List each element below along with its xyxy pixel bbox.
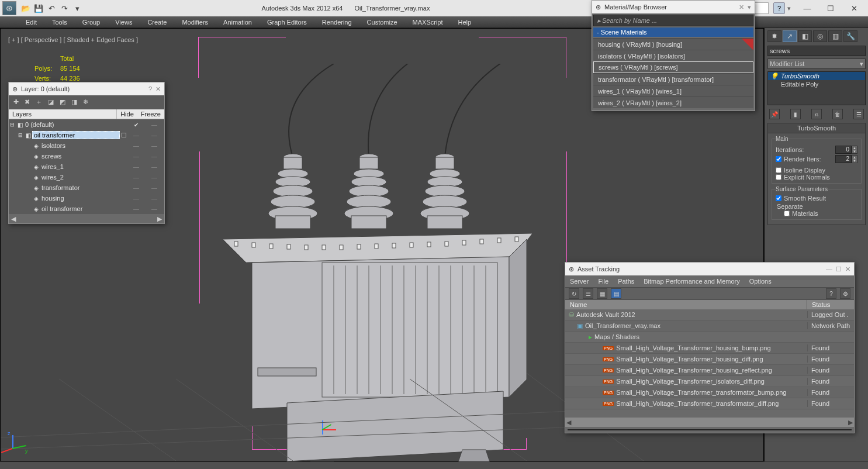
close-icon[interactable]: ✕ <box>155 85 161 93</box>
asset-row[interactable]: PNG Small_High_Voltage_Transformer_housi… <box>565 365 854 376</box>
maximize-button[interactable]: ☐ <box>819 0 842 16</box>
object-name-input[interactable] <box>767 46 866 56</box>
menu-options[interactable]: Options <box>749 278 772 285</box>
tab-create-icon[interactable]: ✹ <box>767 30 781 42</box>
configure-sets-icon[interactable]: ☰ <box>853 109 864 119</box>
close-icon[interactable]: ✕ <box>845 265 850 273</box>
layer-row[interactable]: ◈wires_2—— <box>9 172 164 182</box>
new-layer-icon[interactable]: ✚ <box>13 98 19 106</box>
col-status[interactable]: Status <box>807 300 854 309</box>
menu-maxscript[interactable]: MAXScript <box>413 19 443 26</box>
menu-server[interactable]: Server <box>570 278 589 285</box>
options-icon[interactable]: ⚙ <box>840 288 850 299</box>
layer-row[interactable]: ◈wires_1—— <box>9 161 164 172</box>
asset-row[interactable]: ⛁ Autodesk Vault 2012Logged Out . <box>565 309 854 320</box>
explicit-normals-checkbox[interactable] <box>776 174 781 180</box>
qat-dropdown-icon[interactable]: ▾ <box>72 4 82 13</box>
menu-paths[interactable]: Paths <box>618 278 634 285</box>
layer-row[interactable]: ◈screws—— <box>9 151 164 161</box>
layer-row[interactable]: ◈transformator—— <box>9 182 164 193</box>
maximize-icon[interactable]: ☐ <box>836 265 842 273</box>
menu-edit[interactable]: Edit <box>26 19 37 26</box>
list-view-icon[interactable]: ▤ <box>611 288 621 299</box>
layer-row[interactable]: ◈oil transformer—— <box>9 204 164 214</box>
layer-row[interactable]: ⊟◧0 (default)✔— <box>9 119 164 130</box>
menu-animation[interactable]: Animation <box>223 19 252 26</box>
rollout-title[interactable]: TurboSmooth <box>797 125 836 132</box>
minimize-button[interactable]: — <box>796 0 819 16</box>
col-freeze[interactable]: Freeze <box>137 109 164 119</box>
menu-modifiers[interactable]: Modifiers <box>182 19 208 26</box>
viewport-label[interactable]: [ + ] [ Perspective ] [ Shaded + Edged F… <box>8 36 138 43</box>
material-item[interactable]: housing ( VRayMtl ) [housing] <box>593 38 753 50</box>
material-item[interactable]: wires_2 ( VRayMtl ) [wires_2] <box>593 96 753 108</box>
tab-hierarchy-icon[interactable]: ◧ <box>798 30 812 42</box>
material-search-input[interactable]: Search by Name ... <box>593 15 753 26</box>
menu-customize[interactable]: Customize <box>367 19 397 26</box>
minimize-icon[interactable]: — <box>826 265 832 273</box>
menu-bitmap-perf[interactable]: Bitmap Performance and Memory <box>644 278 739 285</box>
col-name[interactable]: Name <box>565 300 807 309</box>
hide-unhide-icon[interactable]: ◨ <box>71 98 77 106</box>
asset-row[interactable]: PNG Small_High_Voltage_Transformer_trans… <box>565 398 854 409</box>
help-icon[interactable]: ? <box>773 2 785 14</box>
close-icon[interactable]: ✕ <box>739 4 744 11</box>
modifier-stack[interactable]: 💡TurboSmooth Editable Poly <box>767 71 866 105</box>
material-item[interactable]: wires_1 ( VRayMtl ) [wires_1] <box>593 85 753 96</box>
remove-modifier-icon[interactable]: 🗑 <box>832 109 843 119</box>
close-button[interactable]: ✕ <box>842 0 866 16</box>
asset-row[interactable]: ▸ Maps / Shaders <box>565 332 854 343</box>
tab-motion-icon[interactable]: ◎ <box>813 30 827 42</box>
tab-modify-icon[interactable]: ↗ <box>783 30 797 42</box>
open-icon[interactable]: 📂 <box>21 4 30 13</box>
delete-layer-icon[interactable]: ✖ <box>25 98 30 106</box>
select-highlighted-icon[interactable]: ◪ <box>48 98 54 106</box>
asset-row[interactable]: PNG Small_High_Voltage_Transformer_trans… <box>565 387 854 398</box>
options-dropdown-icon[interactable]: ▾ <box>748 4 751 11</box>
menu-help[interactable]: Help <box>458 19 472 26</box>
menu-views[interactable]: Views <box>115 19 132 26</box>
help-dropdown-icon[interactable]: ▾ <box>787 5 791 12</box>
render-iters-checkbox[interactable] <box>776 156 781 162</box>
show-end-result-icon[interactable]: ▮ <box>790 109 801 119</box>
menu-group[interactable]: Group <box>82 19 101 26</box>
redo-icon[interactable]: ↷ <box>60 4 69 13</box>
tab-utilities-icon[interactable]: 🔧 <box>843 30 857 42</box>
tree-view-icon[interactable]: ☰ <box>583 288 593 299</box>
make-unique-icon[interactable]: ⎌ <box>811 109 822 119</box>
material-category[interactable]: - Scene Materials <box>593 27 753 37</box>
col-hide[interactable]: Hide <box>117 109 137 119</box>
menu-create[interactable]: Create <box>147 19 167 26</box>
layer-row[interactable]: ⊟◧oil transformer☐—— <box>9 130 164 140</box>
tab-display-icon[interactable]: ▥ <box>828 30 842 42</box>
asset-row[interactable]: PNG Small_High_Voltage_Transformer_housi… <box>565 343 854 354</box>
materials-checkbox[interactable] <box>784 211 790 216</box>
menu-rendering[interactable]: Rendering <box>322 19 352 26</box>
asset-row[interactable]: ▣ Oil_Transformer_vray.maxNetwork Path <box>565 320 854 332</box>
help-icon[interactable]: ? <box>148 85 152 92</box>
render-iters-spinner[interactable]: 2▲▼ <box>835 155 857 163</box>
pin-stack-icon[interactable]: 📌 <box>769 109 780 119</box>
layer-row[interactable]: ◈housing—— <box>9 193 164 204</box>
iterations-spinner[interactable]: 0▲▼ <box>835 146 857 154</box>
table-view-icon[interactable]: ▦ <box>597 288 607 299</box>
undo-icon[interactable]: ↶ <box>47 4 56 13</box>
scroll-right-icon[interactable]: ▶ <box>157 215 162 223</box>
add-selection-icon[interactable]: ＋ <box>36 98 42 106</box>
highlight-selected-icon[interactable]: ◩ <box>60 98 65 106</box>
save-icon[interactable]: 💾 <box>34 4 43 13</box>
app-logo[interactable]: ⊛ <box>2 1 16 15</box>
stack-item-editable-poly[interactable]: Editable Poly <box>768 80 865 88</box>
menu-file[interactable]: File <box>598 278 608 285</box>
asset-row[interactable]: PNG Small_High_Voltage_Transformer_isola… <box>565 376 854 387</box>
material-item[interactable]: isolators ( VRayMtl ) [isolators] <box>593 50 753 61</box>
scroll-left-icon[interactable]: ◀ <box>11 215 16 223</box>
help-icon[interactable]: ? <box>826 288 836 299</box>
material-item[interactable]: screws ( VRayMtl ) [screws] <box>593 61 753 73</box>
col-layers[interactable]: Layers <box>9 109 117 119</box>
layer-row[interactable]: ◈isolators—— <box>9 140 164 151</box>
modifier-list-combo[interactable]: Modifier List▾ <box>767 58 866 69</box>
smooth-result-checkbox[interactable] <box>776 195 781 201</box>
isoline-checkbox[interactable] <box>776 167 781 173</box>
refresh-icon[interactable]: ↻ <box>569 288 579 299</box>
